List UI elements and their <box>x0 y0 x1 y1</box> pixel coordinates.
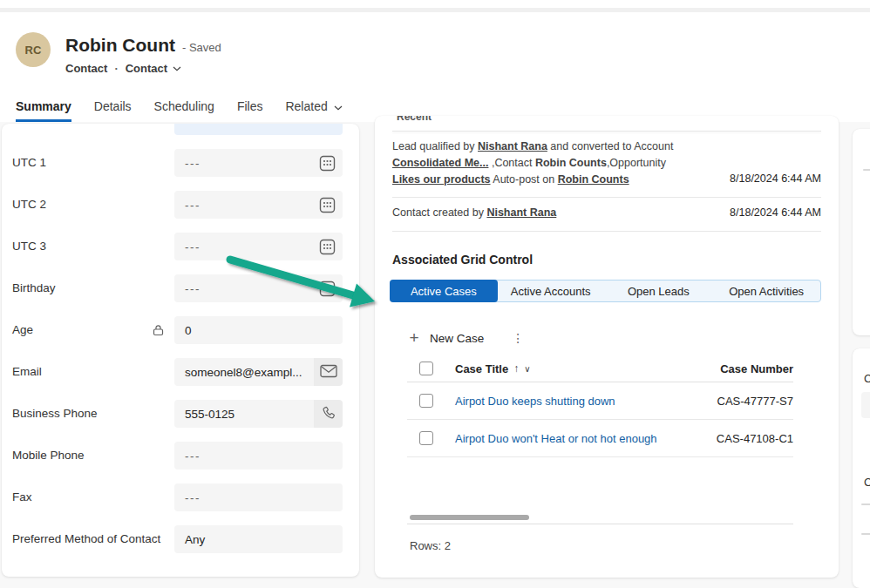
field-label: Mobile Phone <box>12 449 174 463</box>
field-label-wrap: Age <box>12 316 174 344</box>
timeline-section-label: Recent <box>397 116 839 123</box>
field-input-age[interactable]: 0 <box>174 316 343 344</box>
field-value: someonel8@exampl... <box>174 366 314 379</box>
view-tab-active-accounts[interactable]: Active Accounts <box>497 280 605 301</box>
field-row-mobile-phone: Mobile Phone--- <box>2 442 359 483</box>
timeline-entry-text: Contact created by Nishant Rana <box>392 205 699 222</box>
field-label-wrap: Mobile Phone <box>12 442 174 470</box>
sort-ascending-icon: ↑ <box>513 362 519 375</box>
case-title-link[interactable]: Airpot Duo won't Heat or not hot enough <box>455 432 657 445</box>
select-all-checkbox[interactable] <box>419 362 433 375</box>
grid-header-row: Case Title ↑ ∨ Case Number <box>407 355 793 382</box>
datepicker-icon[interactable] <box>319 280 336 297</box>
rail-truncated-label-1: C <box>864 372 870 385</box>
grid-view-tabs: Active CasesActive AccountsOpen LeadsOpe… <box>390 280 821 302</box>
field-input-utc-1[interactable]: --- <box>174 149 343 177</box>
field-label-wrap: UTC 2 <box>12 191 174 219</box>
timeline-link[interactable]: Likes our products <box>392 173 491 186</box>
right-rail-card-bottom: C C <box>853 348 870 588</box>
datepicker-icon[interactable] <box>319 239 336 255</box>
view-tab-open-activities[interactable]: Open Activities <box>712 280 820 301</box>
table-row[interactable]: Airpot Duo keeps shutting downCAS-47777-… <box>407 382 793 420</box>
new-case-button[interactable]: + New Case <box>407 328 484 348</box>
timeline-entry[interactable]: Contact created by Nishant Rana8/18/2024… <box>392 198 821 232</box>
new-case-label: New Case <box>430 332 484 345</box>
field-input-fax[interactable]: --- <box>174 483 343 511</box>
top-strip <box>0 0 870 8</box>
field-row-utc-1: UTC 1--- <box>2 149 359 191</box>
page-title: Robin Count <box>65 35 175 56</box>
field-row-age: Age0 <box>2 316 359 358</box>
save-status: - Saved <box>182 41 221 54</box>
field-value: --- <box>174 449 343 463</box>
row-checkbox[interactable] <box>419 431 433 445</box>
timeline-line: Contact created by Nishant Rana <box>392 205 699 221</box>
field-label-wrap: Birthday <box>12 274 174 302</box>
grid-footer-divider <box>407 524 793 524</box>
tab-label: Scheduling <box>154 99 214 113</box>
row-count: Rows: 2 <box>410 539 451 552</box>
form-selector[interactable]: Contact <box>126 62 181 75</box>
table-row[interactable]: Airpot Duo won't Heat or not hot enoughC… <box>407 420 793 457</box>
timeline-timestamp: 8/18/2024 6:44 AM <box>730 205 821 222</box>
case-title-header-label: Case Title <box>455 362 508 375</box>
datepicker-icon[interactable] <box>319 155 336 172</box>
field-value: --- <box>174 282 319 295</box>
case-title-link[interactable]: Airpot Duo keeps shutting down <box>455 395 615 408</box>
rail-field-fragment <box>861 392 870 418</box>
row-checkbox[interactable] <box>419 394 433 408</box>
timeline-link[interactable]: Nishant Rana <box>478 140 547 152</box>
field-label: UTC 1 <box>12 156 174 170</box>
tab-related[interactable]: Related <box>285 94 342 122</box>
timeline-timestamp: 8/18/2024 6:44 AM <box>730 171 821 188</box>
field-input-mobile-phone[interactable]: --- <box>174 442 343 470</box>
field-input-email[interactable]: someonel8@exampl... <box>174 358 343 386</box>
plus-icon: + <box>407 328 421 348</box>
field-label: Fax <box>12 490 174 504</box>
timeline-text: Auto-post on <box>491 173 558 186</box>
horizontal-scrollbar[interactable] <box>410 515 529 520</box>
timeline-link[interactable]: Robin Counts <box>558 173 629 186</box>
view-tab-active-cases[interactable]: Active Cases <box>390 280 498 302</box>
tab-label: Related <box>285 99 327 113</box>
field-row-email: Emailsomeonel8@exampl... <box>2 358 359 400</box>
timeline-link[interactable]: Consolidated Me... <box>392 157 488 169</box>
field-value: Any <box>174 533 343 546</box>
field-value: 0 <box>174 324 343 337</box>
column-header-case-number[interactable]: Case Number <box>720 362 793 375</box>
timeline-link[interactable]: Nishant Rana <box>486 206 556 219</box>
field-label-wrap: UTC 1 <box>12 149 174 177</box>
timeline-entry[interactable]: Lead qualified by Nishant Rana and conve… <box>392 132 821 198</box>
tab-files[interactable]: Files <box>237 94 263 122</box>
datepicker-icon[interactable] <box>319 197 336 213</box>
timeline-text: Robin Counts <box>535 157 607 169</box>
case-number-cell: CAS-47777-S7 <box>717 395 793 408</box>
tab-scheduling[interactable]: Scheduling <box>154 94 214 122</box>
field-value: --- <box>174 199 319 212</box>
field-input-utc-2[interactable]: --- <box>174 191 343 219</box>
field-input-birthday[interactable]: --- <box>174 274 343 302</box>
tab-summary[interactable]: Summary <box>16 94 71 122</box>
more-commands-button[interactable]: ⋮ <box>512 331 524 345</box>
column-header-case-title[interactable]: Case Title ↑ ∨ <box>455 362 720 375</box>
field-list: UTC 1---UTC 2---UTC 3---Birthday---Age0E… <box>2 149 359 567</box>
field-label: UTC 3 <box>12 240 174 253</box>
rail-divider-fragment <box>863 169 870 171</box>
field-label-wrap: Preferred Method of Contact <box>12 525 174 553</box>
grid-toolbar: + New Case ⋮ <box>375 324 839 352</box>
field-input-business-phone[interactable]: 555-0125 <box>174 400 343 428</box>
field-row-fax: Fax--- <box>2 483 359 525</box>
field-input-utc-3[interactable]: --- <box>174 233 343 260</box>
field-label: Preferred Method of Contact <box>12 532 174 546</box>
rail-dash-2 <box>861 533 870 535</box>
mail-icon-button[interactable] <box>314 358 343 386</box>
view-tab-open-leads[interactable]: Open Leads <box>605 280 713 301</box>
tab-details[interactable]: Details <box>94 94 132 122</box>
timeline-grid-card: Recent Lead qualified by Nishant Rana an… <box>375 116 839 578</box>
record-header: RC Robin Count - Saved Contact · Contact… <box>0 12 870 122</box>
timeline-text: and converted to Account <box>547 140 674 152</box>
record-tabs: SummaryDetailsSchedulingFilesRelated <box>16 94 343 122</box>
phone-icon <box>322 406 336 422</box>
field-input-preferred-method-of-contact[interactable]: Any <box>174 525 343 553</box>
phone-icon-button[interactable] <box>314 400 343 428</box>
